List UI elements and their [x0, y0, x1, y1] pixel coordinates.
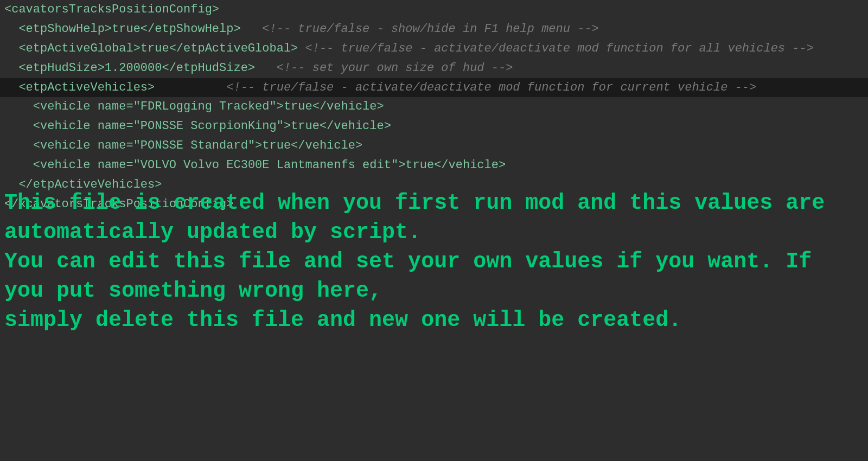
info-line-2: You can edit this file and set your own …	[4, 247, 853, 306]
code-line-1: <cavatorsTracksPositionConfig>	[0, 0, 868, 20]
code-part: <vehicle name=	[4, 158, 133, 172]
code-part: <etpActiveGlobal>true</etpActiveGlobal>	[4, 42, 298, 55]
code-part: <!-- true/false - activate/deactivate mo…	[305, 42, 814, 55]
code-part: "FDRLogging Tracked"	[133, 100, 277, 113]
code-line-9: <vehicle name="VOLVO Volvo EC300E Lantma…	[0, 156, 868, 175]
code-part: <!-- set your own size of hud -->	[277, 61, 513, 75]
code-part: <etpShowHelp>true</etpShowHelp>	[4, 22, 241, 36]
code-part: <etpActiveVehicles>	[4, 81, 155, 94]
code-part: <vehicle name=	[4, 100, 133, 113]
code-part	[255, 61, 277, 75]
code-part	[298, 42, 305, 55]
code-part	[155, 81, 226, 94]
code-line-5: <etpActiveVehicles> <!-- true/false - ac…	[0, 78, 868, 98]
code-area: <cavatorsTracksPositionConfig> <etpShowH…	[0, 0, 868, 214]
code-part: >true</vehicle>	[284, 119, 391, 133]
page-container: Farming Simulator19 <cavatorsTracksPosit…	[0, 0, 868, 461]
code-part: >true</vehicle>	[255, 139, 362, 152]
info-text: This file is created when you first run …	[0, 184, 857, 340]
code-part: >true</vehicle>	[398, 158, 506, 172]
code-part: "VOLVO Volvo EC300E Lantmanenfs edit"	[133, 158, 398, 172]
code-line-2: <etpShowHelp>true</etpShowHelp> <!-- tru…	[0, 20, 868, 39]
code-part: <!-- true/false - show/hide in F1 help m…	[262, 22, 599, 36]
code-part: <!-- true/false - activate/deactivate mo…	[226, 81, 756, 94]
code-line-4: <etpHudSize>1.200000</etpHudSize> <!-- s…	[0, 59, 868, 78]
code-part: <cavatorsTracksPositionConfig>	[4, 3, 219, 16]
code-part: "PONSSE ScorpionKing"	[133, 119, 284, 133]
code-part: <vehicle name=	[4, 119, 133, 133]
code-part: >true</vehicle>	[277, 100, 384, 113]
code-part: "PONSSE Standard"	[133, 139, 255, 152]
code-line-3: <etpActiveGlobal>true</etpActiveGlobal> …	[0, 39, 868, 59]
code-line-6: <vehicle name="FDRLogging Tracked">true<…	[0, 97, 868, 117]
code-line-8: <vehicle name="PONSSE Standard">true</ve…	[0, 136, 868, 156]
info-line-1: This file is created when you first run …	[4, 189, 853, 247]
code-part	[241, 22, 263, 36]
code-line-7: <vehicle name="PONSSE ScorpionKing">true…	[0, 117, 868, 136]
code-part: <vehicle name=	[4, 139, 133, 152]
info-line-3: simply delete this file and new one will…	[4, 306, 853, 335]
code-part: <etpHudSize>1.200000</etpHudSize>	[4, 61, 255, 75]
